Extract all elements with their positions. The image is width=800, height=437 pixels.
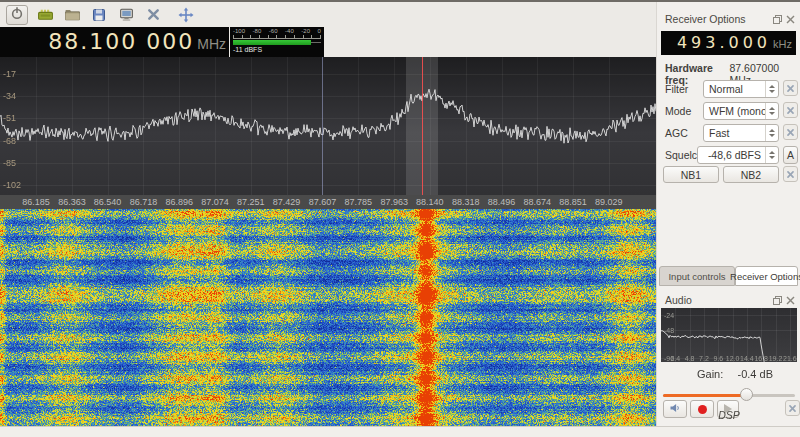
spectrum-canvas[interactable] [0, 57, 656, 195]
freq-axis-label: 88.140 [416, 197, 444, 207]
meter-scale-label: -80 [253, 28, 262, 35]
tools-icon[interactable] [143, 5, 163, 25]
tuned-frequency-line[interactable] [422, 57, 423, 209]
spectrum-db-tick: -85 [3, 158, 16, 168]
freq-axis-label: 88.496 [488, 197, 516, 207]
freq-axis-label: 86.718 [130, 197, 158, 207]
agc-label: AGC [665, 124, 688, 142]
io-devices-icon[interactable] [35, 5, 55, 25]
frequency-unit: MHz [197, 36, 226, 52]
combo-spinner-icon[interactable] [765, 125, 778, 141]
audio-freq-tick: 14.4 [740, 355, 754, 362]
squelch-auto-button[interactable]: A [783, 146, 798, 164]
audio-freq-tick: 12.0 [726, 355, 740, 362]
freq-axis-label: 87.607 [309, 197, 337, 207]
meter-level-fill [233, 40, 311, 45]
audio-freq-tick: 4.8 [685, 355, 695, 362]
filter-options-button[interactable] [783, 80, 798, 96]
waterfall-canvas[interactable] [0, 209, 656, 426]
combo-spinner-icon[interactable] [765, 103, 778, 119]
spectrum-db-tick: -51 [3, 113, 16, 123]
gain-label: Gain: [697, 368, 723, 380]
meter-scale: -100-80-60-40-200 [233, 28, 321, 35]
freq-axis-label: 87.429 [273, 197, 301, 207]
toolbar [0, 2, 662, 27]
gain-value: -0.4 dB [738, 368, 773, 380]
save-icon[interactable] [89, 5, 109, 25]
freq-axis-label: 86.185 [22, 197, 50, 207]
nb2-button[interactable]: NB2 [723, 166, 779, 183]
audio-dock-titlebar: Audio [665, 293, 796, 307]
filter-row: Filter Normal [657, 80, 800, 98]
freq-axis-label: 87.963 [380, 197, 408, 207]
freq-axis-label: 88.318 [452, 197, 480, 207]
receiver-options-title: Receiver Options [665, 13, 770, 25]
combo-spinner-icon[interactable] [765, 81, 778, 97]
nb1-button[interactable]: NB1 [663, 166, 719, 183]
power-icon [10, 6, 24, 23]
frequency-display[interactable]: 88.100 000 MHz [0, 27, 229, 57]
spectrum-plot[interactable]: -17-34-51-68-85-102 [0, 57, 656, 195]
right-panel: Receiver Options 493.000 kHz Hardware fr… [656, 2, 800, 426]
meter-scale-label: -60 [269, 28, 278, 35]
squelch-row: Squelch -48,6 dBFS A [657, 146, 800, 164]
gqrx-window: 88.100 000 MHz -100-80-60-40-200 -11 dBF… [0, 0, 800, 437]
freq-axis-label: 86.896 [165, 197, 193, 207]
audio-fft-display[interactable]: -24-48-962.44.87.29.612.014.416.819.221.… [661, 308, 797, 362]
tab-input-controls[interactable]: Input controls [659, 266, 735, 286]
freq-axis-label: 86.540 [94, 197, 122, 207]
waterfall-display[interactable] [0, 209, 656, 426]
meter-scale-label: -20 [301, 28, 310, 35]
frequency-axis[interactable]: 86.18586.36386.54086.71886.89687.07487.2… [0, 195, 656, 209]
mode-combobox[interactable]: WFM (mono) [703, 102, 779, 120]
agc-options-button[interactable] [783, 124, 798, 140]
close-dock-icon[interactable] [785, 295, 796, 306]
gain-row: Gain: -0.4 dB [657, 368, 800, 380]
float-dock-icon[interactable] [772, 14, 783, 25]
slider-fill [663, 394, 746, 397]
open-folder-icon[interactable] [62, 5, 82, 25]
audio-freq-tick: 9.6 [713, 355, 723, 362]
audio-fft-canvas [661, 308, 797, 362]
spectrum-db-tick: -17 [3, 69, 16, 79]
squelch-spinbox[interactable]: -48,6 dBFS [697, 146, 779, 164]
spectrum-db-tick: -102 [3, 180, 21, 190]
spectrum-db-tick: -68 [3, 136, 16, 146]
filter-combobox[interactable]: Normal [703, 80, 779, 98]
audio-freq-tick: 2.4 [670, 355, 680, 362]
freq-axis-label: 87.785 [345, 197, 373, 207]
audio-freq-tick: 21.6 [783, 355, 797, 362]
meter-scale-label: 0 [318, 28, 321, 35]
filter-label: Filter [665, 80, 688, 98]
agc-combobox[interactable]: Fast [703, 124, 779, 142]
receiver-frequency-digits[interactable]: 493.000 [677, 31, 771, 55]
receiver-frequency-display[interactable]: 493.000 kHz [661, 31, 796, 55]
audio-freq-tick: 19.2 [769, 355, 783, 362]
meter-scale-label: -100 [233, 28, 245, 35]
dsp-status-label: DSP [657, 409, 800, 421]
frequency-digits[interactable]: 88.100 000 [48, 27, 194, 57]
meter-ruler [233, 35, 321, 39]
freq-axis-label: 88.851 [559, 197, 587, 207]
nb-options-button[interactable] [783, 166, 798, 182]
slider-handle[interactable] [740, 388, 753, 401]
spectrum-db-tick: -34 [3, 91, 16, 101]
move-icon[interactable] [176, 5, 196, 25]
float-dock-icon[interactable] [772, 295, 783, 306]
freq-axis-label: 87.251 [237, 197, 265, 207]
mode-options-button[interactable] [783, 102, 798, 118]
meter-bar [233, 40, 321, 46]
center-frequency-line [322, 57, 323, 195]
close-dock-icon[interactable] [785, 14, 796, 25]
receiver-options-dock-titlebar: Receiver Options [665, 12, 796, 26]
signal-strength-meter: -100-80-60-40-200 -11 dBFS [230, 27, 324, 57]
freq-axis-label: 89.029 [595, 197, 623, 207]
remote-display-icon[interactable] [116, 5, 136, 25]
spinbox-spinner-icon[interactable] [765, 147, 778, 163]
mode-row: Mode WFM (mono) [657, 102, 800, 120]
tab-receiver-options[interactable]: Receiver Options [735, 266, 798, 286]
dsp-toggle-button[interactable] [6, 5, 28, 25]
audio-title: Audio [665, 294, 770, 306]
noise-blanker-row: NB1 NB2 [657, 166, 800, 184]
audio-db-tick: -24 [664, 312, 674, 319]
